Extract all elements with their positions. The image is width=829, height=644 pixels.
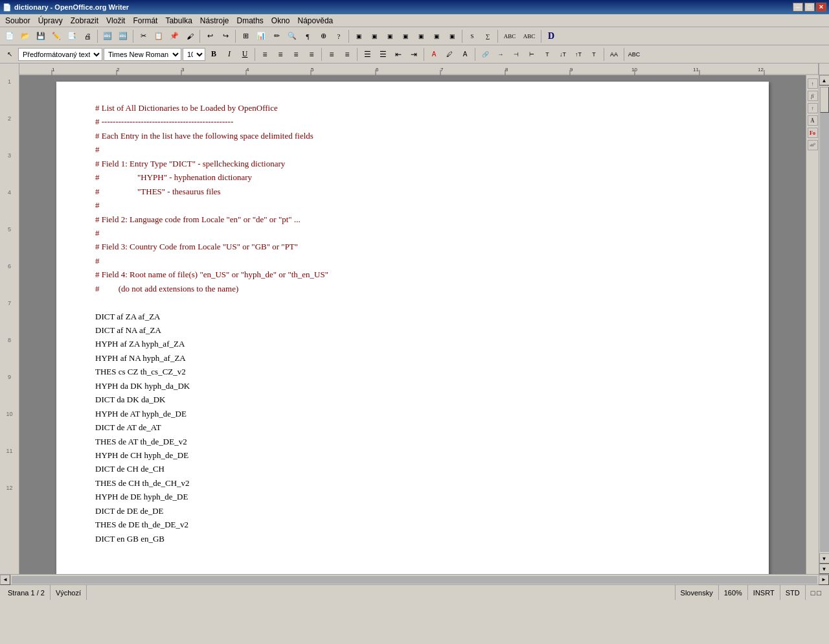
list-button[interactable]: ☰ (360, 48, 374, 61)
menu-item-soubor[interactable]: Soubor (1, 15, 34, 27)
abc2-button[interactable]: ABC (520, 29, 538, 43)
hscroll-right-button[interactable]: ► (819, 575, 829, 585)
new-button[interactable]: 📄 (3, 29, 17, 43)
paste-button[interactable]: 📌 (167, 29, 181, 43)
align-right2-button[interactable]: ≡ (340, 48, 354, 61)
outdent2-button[interactable]: ⊢ (525, 48, 539, 61)
italic-button[interactable]: I (222, 48, 236, 61)
numberedlist-button[interactable]: ☰ (376, 48, 390, 61)
highlight-button[interactable]: 🖊 (442, 48, 457, 61)
bgcolor-button[interactable]: A (458, 48, 472, 61)
sidebar-fi-icon[interactable]: fi (808, 91, 818, 101)
clone-button[interactable]: 🖌 (183, 29, 197, 43)
sidebar-arrow-up[interactable]: ↑ (808, 103, 818, 113)
scroll-up-button[interactable]: ▲ (819, 75, 830, 86)
align-left2-button[interactable]: ≡ (324, 48, 339, 61)
outdent-button[interactable]: ⇤ (391, 48, 405, 61)
table-button[interactable]: ⊞ (238, 29, 253, 43)
sidebar-scroll-up[interactable]: ↑ (808, 78, 818, 89)
undo-button[interactable]: ↩ (203, 29, 217, 43)
align-left-button[interactable]: ≡ (258, 48, 272, 61)
align-center-button[interactable]: ≡ (273, 48, 288, 61)
document-area[interactable]: # List of All Dictionaries to be Loaded … (19, 75, 806, 574)
bold-button[interactable]: B (207, 48, 221, 61)
menu-item-zobrazit[interactable]: Zobrazit (67, 15, 102, 27)
menu-item-nástroje[interactable]: Nástroje (196, 15, 233, 27)
spellcheck-button[interactable]: 🔤 (100, 29, 115, 43)
redo-button[interactable]: ↪ (218, 29, 233, 43)
link-button[interactable]: 🔗 (478, 48, 492, 61)
scroll-down-button-1[interactable]: ▼ (819, 553, 830, 564)
edit-button[interactable]: ✏️ (49, 29, 63, 43)
menu-item-vložit[interactable]: Vložit (102, 15, 129, 27)
maximize-button[interactable]: □ (804, 3, 815, 12)
cut-button[interactable]: ✂ (136, 29, 150, 43)
separator-5 (348, 30, 349, 43)
align-right-button[interactable]: ≡ (289, 48, 303, 61)
abc3-button[interactable]: ABC (627, 48, 641, 61)
horizontal-scrollbar[interactable]: ◄ ► (0, 574, 829, 584)
scroll-track[interactable] (820, 87, 829, 552)
menu-item-nápověda[interactable]: Nápověda (294, 15, 337, 27)
cursor-button[interactable]: ↖ (3, 47, 17, 62)
underline-button[interactable]: U (238, 48, 252, 61)
more1-button[interactable]: ▣ (352, 29, 366, 43)
draw-button[interactable]: ✏ (269, 29, 284, 43)
sidebar-A-icon[interactable]: Ā (808, 115, 818, 126)
indent2-button[interactable]: ⊣ (509, 48, 523, 61)
save-button[interactable]: 💾 (34, 29, 48, 43)
zoom-button[interactable]: ⊕ (316, 29, 330, 43)
style1-button[interactable]: S (465, 29, 479, 43)
document-page[interactable]: # List of All Dictionaries to be Loaded … (56, 82, 769, 574)
field-button[interactable]: ¶ (301, 29, 315, 43)
sidebar-fo-icon[interactable]: Fo (808, 128, 818, 138)
close-button[interactable]: ✕ (816, 3, 826, 12)
paragraph-style-select[interactable]: Předformátovaný text (18, 48, 102, 61)
style2-button[interactable]: ∑ (481, 29, 495, 43)
scroll-down-button-2[interactable]: ▼ (819, 564, 830, 574)
help-button[interactable]: ? (332, 29, 346, 43)
vertical-scrollbar[interactable]: ▲ ▼ ▼ (819, 75, 829, 574)
chart-button[interactable]: 📊 (254, 29, 268, 43)
subscript-button[interactable]: ↓T (556, 48, 570, 61)
menu-item-dmaths[interactable]: Dmaths (233, 15, 267, 27)
svg-text:4: 4 (246, 67, 249, 73)
more4-button[interactable]: ▣ (398, 29, 413, 43)
more6-button[interactable]: ▣ (429, 29, 444, 43)
print-button[interactable]: 🖨 (80, 29, 95, 43)
more2-button[interactable]: ▣ (367, 29, 381, 43)
more7-button[interactable]: ▣ (445, 29, 459, 43)
hscroll-track[interactable] (12, 576, 817, 584)
font-size-select[interactable]: 10 (183, 48, 205, 61)
titlebar-controls[interactable]: ─ □ ✕ (793, 3, 826, 12)
export-pdf-button[interactable]: 📑 (65, 29, 79, 43)
scroll-thumb[interactable] (820, 87, 829, 113)
hscroll-left-button[interactable]: ◄ (0, 575, 10, 585)
spellcheck2-button[interactable]: 🔤 (116, 29, 130, 43)
superscript-button[interactable]: ↑T (571, 48, 585, 61)
more5-button[interactable]: ▣ (414, 29, 428, 43)
open-button[interactable]: 📂 (18, 29, 32, 43)
aa-button[interactable]: AA (607, 48, 621, 61)
menu-item-úpravy[interactable]: Úpravy (34, 15, 67, 27)
copy-button[interactable]: 📋 (152, 29, 166, 43)
align-justify-button[interactable]: ≡ (304, 48, 319, 61)
abc-button[interactable]: ABC (501, 29, 519, 43)
D-button[interactable]: D (544, 29, 558, 43)
sidebar-ab-icon[interactable]: ₐb⁰ (808, 140, 818, 150)
more3-button[interactable]: ▣ (383, 29, 397, 43)
minimize-button[interactable]: ─ (793, 3, 803, 12)
text-button[interactable]: T (540, 48, 554, 61)
find-button[interactable]: 🔍 (285, 29, 299, 43)
capital-button[interactable]: T (587, 48, 601, 61)
horizontal-ruler: 1 2 3 4 5 6 7 8 9 10 11 12 (19, 63, 819, 75)
font-select[interactable]: Times New Roman (104, 48, 181, 61)
indent-button[interactable]: ⇥ (407, 48, 421, 61)
doc-line-20: HYPH da DK hyph_da_DK (95, 379, 730, 393)
menu-item-formát[interactable]: Formát (129, 15, 161, 27)
menu-item-tabulka[interactable]: Tabulka (161, 15, 196, 27)
menu-item-okno[interactable]: Okno (267, 15, 294, 27)
fmt-sep-6 (604, 48, 604, 61)
arrow-button[interactable]: → (494, 48, 508, 61)
fontcolor-button[interactable]: A (427, 48, 441, 61)
